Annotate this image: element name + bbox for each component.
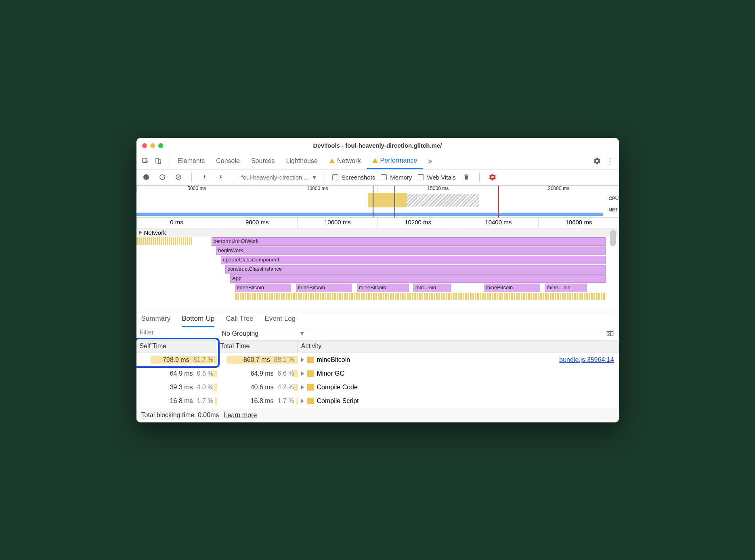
tab-performance[interactable]: Performance	[367, 153, 423, 169]
upload-icon[interactable]	[199, 171, 210, 183]
settings-icon[interactable]	[591, 155, 603, 167]
flame-frame[interactable]: mineBitcoin	[484, 284, 540, 292]
divider	[168, 157, 168, 165]
expand-icon[interactable]	[301, 385, 304, 389]
flame-frame[interactable]: mineBitcoin	[235, 284, 292, 292]
category-icon	[307, 384, 314, 391]
svg-rect-5	[375, 160, 375, 161]
tab-lighthouse[interactable]: Lighthouse	[281, 153, 323, 169]
show-heaviest-stack-icon[interactable]	[604, 328, 616, 339]
titlebar: DevTools - foul-heavenly-direction.glitc…	[136, 138, 619, 153]
flame-frame[interactable]: App	[230, 274, 606, 283]
performance-toolbar: foul-heavenly-direction....▼ Screenshots…	[136, 169, 619, 186]
overview-lane-labels: CPU NET	[608, 193, 619, 215]
reload-icon[interactable]	[157, 171, 168, 183]
status-bar: Total blocking time: 0.00ms Learn more	[136, 408, 619, 422]
category-icon	[307, 398, 314, 404]
checkbox-memory[interactable]: Memory	[381, 174, 412, 181]
learn-more-link[interactable]: Learn more	[224, 412, 257, 419]
main-tabs: ElementsConsoleSourcesLighthouseNetworkP…	[136, 153, 619, 169]
svg-rect-6	[375, 161, 375, 162]
table-row[interactable]: 798.9 ms81.7 %860.7 ms88.1 %mineBitcoinb…	[136, 353, 619, 367]
details-subtabs: SummaryBottom-UpCall TreeEvent Log	[136, 311, 619, 327]
subtab-summary[interactable]: Summary	[141, 315, 171, 323]
more-tabs-icon[interactable]: »	[424, 155, 436, 167]
svg-line-8	[177, 176, 180, 179]
network-lane-header[interactable]: Network	[136, 228, 619, 237]
table-row[interactable]: 16.8 ms1.7 %16.8 ms1.7 %Compile Script	[136, 394, 619, 408]
download-icon[interactable]	[215, 171, 226, 183]
col-total-time[interactable]: Total Time	[217, 341, 298, 353]
flame-frame[interactable]: updateClassComponent	[221, 256, 606, 264]
source-link[interactable]: bundle.js:35964:14	[559, 356, 614, 364]
table-row[interactable]: 39.3 ms4.0 %40.6 ms4.2 %Compile Code	[136, 380, 619, 394]
filter-row: Filter No Grouping▼	[136, 327, 619, 341]
blocking-time-text: Total blocking time: 0.00ms	[141, 412, 219, 419]
col-self-time[interactable]: Self Time	[136, 341, 217, 353]
expand-icon[interactable]	[301, 372, 304, 376]
svg-rect-3	[331, 160, 332, 162]
scrollbar[interactable]	[610, 230, 616, 246]
col-activity[interactable]: Activity	[298, 341, 619, 353]
expand-icon[interactable]	[301, 358, 304, 362]
checkbox-screenshots[interactable]: Screenshots	[332, 174, 375, 181]
delete-icon[interactable]	[461, 171, 472, 183]
flame-frame[interactable]: mineBitcoin	[357, 284, 409, 292]
flame-frame[interactable]: mine…oin	[545, 284, 587, 292]
category-icon	[307, 357, 314, 363]
tab-console[interactable]: Console	[210, 153, 245, 169]
checkbox-web-vitals[interactable]: Web Vitals	[418, 174, 456, 181]
flame-chart[interactable]: Network performUnitOfWorkbeginWorkupdate…	[136, 228, 619, 311]
category-icon	[307, 370, 314, 377]
record-icon[interactable]	[141, 171, 152, 183]
overview-timeline[interactable]: 5000 ms10000 ms15000 ms20000 ms CPU NET	[136, 186, 619, 218]
table-row[interactable]: 64.9 ms6.6 %64.9 ms6.6 %Minor GC	[136, 367, 619, 380]
subtab-bottom-up[interactable]: Bottom-Up	[182, 315, 214, 327]
clear-icon[interactable]	[173, 171, 184, 183]
expand-icon[interactable]	[301, 399, 304, 403]
flame-frame[interactable]: min…oin	[413, 284, 451, 292]
flame-frame[interactable]: constructClassInstance	[225, 265, 606, 274]
tab-sources[interactable]: Sources	[245, 153, 281, 169]
tab-network[interactable]: Network	[323, 153, 367, 169]
profile-selector[interactable]: foul-heavenly-direction....▼	[241, 174, 317, 181]
flame-frame[interactable]: performUnitOfWork	[212, 237, 606, 246]
svg-rect-10	[219, 179, 222, 179]
expand-icon	[139, 230, 142, 234]
tab-elements[interactable]: Elements	[172, 153, 211, 169]
svg-rect-9	[203, 179, 206, 179]
devtools-window: DevTools - foul-heavenly-direction.glitc…	[136, 138, 619, 422]
subtab-event-log[interactable]: Event Log	[265, 315, 296, 323]
svg-rect-11	[607, 332, 613, 336]
flame-frame[interactable]: mineBitcoin	[296, 284, 352, 292]
capture-settings-icon[interactable]	[487, 171, 498, 183]
filter-input[interactable]: Filter	[136, 327, 217, 341]
window-title: DevTools - foul-heavenly-direction.glitc…	[136, 142, 619, 149]
flame-frame[interactable]: beginWork	[216, 247, 606, 255]
device-toggle-icon[interactable]	[153, 155, 164, 167]
inspect-icon[interactable]	[140, 155, 151, 167]
table-header: Self Time Total Time Activity	[136, 341, 619, 353]
svg-rect-4	[331, 162, 332, 163]
grouping-dropdown[interactable]: No Grouping▼	[217, 328, 310, 339]
timeline-ruler[interactable]: 0 ms9800 ms10000 ms10200 ms10400 ms10600…	[136, 218, 619, 228]
table-body: 798.9 ms81.7 %860.7 ms88.1 %mineBitcoinb…	[136, 353, 619, 408]
subtab-call-tree[interactable]: Call Tree	[226, 315, 253, 323]
kebab-menu-icon[interactable]: ⋮	[604, 155, 616, 167]
